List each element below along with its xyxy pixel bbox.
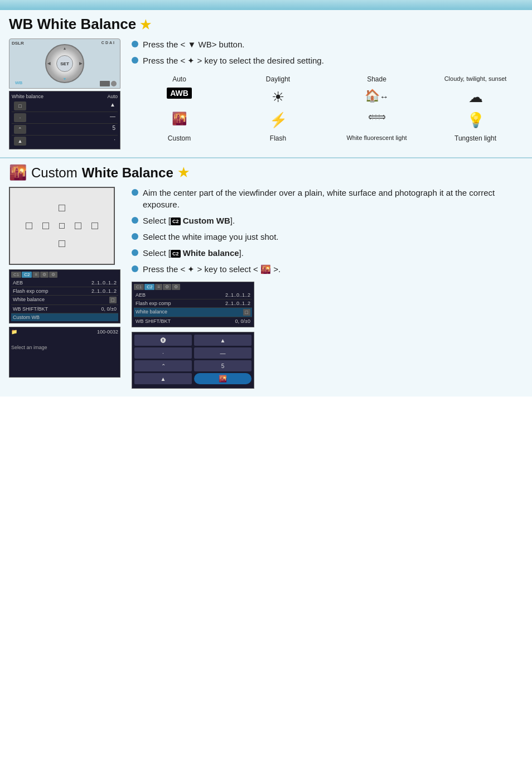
viewfinder-box <box>9 187 115 265</box>
cwb-bullet-2 <box>132 217 138 224</box>
cwb-star: ★ <box>178 166 189 180</box>
menu2-val-aeb: 2..1..0..1..2 <box>225 292 250 298</box>
cwb-title-bold: White Balance <box>82 165 173 181</box>
wb-section-title: WB White Balance ★ <box>9 16 523 33</box>
cwb-content-area: C1 C2 ≡ ⚙ ⚙ AEB 2..1..0..1..2 Flash exp … <box>9 187 523 389</box>
menu-tab2-settings2[interactable]: ⚙ <box>172 284 180 290</box>
select-screen: 📁 100-0032 Select an image <box>9 327 120 378</box>
cwb-instr-1: Aim the center part of the viewfinder ov… <box>132 187 523 210</box>
menu-tab2-settings1[interactable]: ⚙ <box>163 284 171 290</box>
cwb-right-screens: C1 C2 ≡ ⚙ ⚙ AEB 2..1..0..1..2 Flash exp … <box>132 282 523 389</box>
cwb-section: 🌇 Custom White Balance ★ <box>0 158 532 397</box>
select-folder-icon: 📁 <box>11 329 17 335</box>
camera-dial: SET ▲ ▼ ◀ ▶ <box>45 44 84 83</box>
wb-star: ★ <box>140 18 151 32</box>
wb-grid-cell-5: ⌃ <box>134 360 192 371</box>
awb-symbol: AWB <box>167 88 192 99</box>
wb-col-label-daylight: Daylight <box>230 75 326 83</box>
wb-val-4: · <box>114 137 115 146</box>
wb-grid-cell-7: ▲ <box>134 373 192 384</box>
menu-tab-c1[interactable]: C1 <box>11 272 21 278</box>
wb-menu-auto: Auto <box>107 94 118 99</box>
wb-menu-row-1: □ ▲ <box>12 100 118 112</box>
menu-row-custom-wb: Custom WB <box>11 313 118 321</box>
vf-sq-center <box>59 223 65 229</box>
wb-grid-cell-4: — <box>194 347 252 359</box>
menu-row-wb: White balance □ <box>11 296 118 305</box>
cwb-instr-5-text: Press the < ✦ > key to select < 🌇 >. <box>143 263 280 275</box>
fluorescent-icon-svg <box>368 112 386 127</box>
shade-symbol: 🏠 <box>365 89 380 103</box>
camera-dial-label4: I <box>113 41 114 45</box>
camera-io <box>100 81 117 86</box>
menu2-row-flash: Flash exp comp 2..1..0..1..2 <box>134 299 252 308</box>
menu2-label-shift: WB SHIFT/BKT <box>136 318 171 324</box>
cam2-icon-1: C2 <box>171 217 181 226</box>
wb-icon-daylight: ☀ <box>230 89 326 106</box>
wb-grid-row-2: · — <box>134 347 252 359</box>
set-label: SET <box>60 61 69 66</box>
vf-sq-2 <box>26 223 32 229</box>
cwb-bullet-4 <box>132 249 138 256</box>
wb-col-label-cloudy: Cloudy, twilight, sunset <box>428 75 523 83</box>
vf-sq-5 <box>91 223 98 229</box>
menu-val-flash: 2..1..0..1..2 <box>91 288 117 294</box>
cwb-title-regular: Custom <box>31 165 78 181</box>
cam2-icon-2: C2 <box>171 250 181 258</box>
camera-top: DSLR C D A I SET ▲ ▼ ◀ <box>9 38 120 89</box>
camera-label-left: DSLR <box>12 41 24 46</box>
wb-icon-fluorescent <box>329 112 424 129</box>
cwb-instr-4: Select [C2 White balance]. <box>132 247 523 259</box>
menu-tab-settings1[interactable]: ⚙ <box>40 272 49 278</box>
camera-mockup: DSLR C D A I SET ▲ ▼ ◀ <box>9 38 120 149</box>
cwb-instr-3: Select the white image you just shot. <box>132 231 523 243</box>
cwb-bullet-3 <box>132 233 138 240</box>
wb-instruction-1-text: Press the < ▼ WB> button. <box>143 38 244 50</box>
wb-icon-1-symbol: □ <box>18 103 21 109</box>
vf-middle-row <box>26 223 98 229</box>
menu-row-shift: WB SHIFT/BKT 0, 0/±0 <box>11 305 118 313</box>
menu2-row-aeb: AEB 2..1..0..1..2 <box>134 291 252 299</box>
menu2-val-wb: □ <box>243 309 250 316</box>
camera-dial-label3: A <box>109 41 112 45</box>
select-body: Select an image <box>11 336 118 359</box>
menu-row-flash: Flash exp comp 2..1..0..1..2 <box>11 287 118 296</box>
menu-val-wb: □ <box>109 297 117 303</box>
menu-label-shift: WB SHIFT/BKT <box>13 306 48 312</box>
menu-label-wb: White balance <box>13 297 45 303</box>
wb-menu-header: White balance Auto <box>12 94 118 99</box>
io-block-1 <box>100 81 110 86</box>
menu-tab-settings2[interactable]: ⚙ <box>49 272 57 278</box>
menu-tab2-c2[interactable]: C2 <box>144 284 154 290</box>
camera-labels-right: C D A I <box>101 41 114 45</box>
wb-grid-cell-8-highlighted: 🌇 <box>194 373 252 384</box>
wb-col-label-shade: Shade <box>329 75 424 83</box>
wb-val-3: 5 <box>112 125 115 134</box>
svg-rect-0 <box>369 116 385 118</box>
wb-content-area: DSLR C D A I SET ▲ ▼ ◀ <box>9 38 523 149</box>
cwb-instr-1-text: Aim the center part of the viewfinder ov… <box>143 187 523 210</box>
wb-indicator: WB <box>15 80 22 85</box>
menu-tab2-c1[interactable]: C1 <box>134 284 144 290</box>
top-bar <box>0 0 532 10</box>
camera-dial-label2: D <box>105 41 108 45</box>
wb-grid-icon-5: ⌃ <box>161 363 166 369</box>
vf-sq-4 <box>75 223 81 229</box>
menu-val-aeb: 2..1..0..1..2 <box>91 280 117 286</box>
wb-menu-row-2: · — <box>12 112 118 124</box>
cwb-left: C1 C2 ≡ ⚙ ⚙ AEB 2..1..0..1..2 Flash exp … <box>9 187 120 389</box>
wb-instruction-1: Press the < ▼ WB> button. <box>132 38 523 50</box>
io-block-2 <box>111 81 117 86</box>
menu2-label-flash: Flash exp comp <box>136 301 171 306</box>
wb-icon-cloudy: ☁ <box>428 89 523 106</box>
menu-tabs-1: C1 C2 ≡ ⚙ ⚙ <box>11 272 118 278</box>
menu-val-shift: 0, 0/±0 <box>101 306 117 312</box>
select-spacer <box>11 359 118 375</box>
wb-icon-shade: 🏠↔ <box>329 89 424 106</box>
cwb-icon: 🌇 <box>9 164 27 181</box>
menu-label-aeb: AEB <box>13 280 23 286</box>
menu2-row-wb: White balance □ <box>134 308 252 317</box>
menu-tab-c2-active[interactable]: C2 <box>22 272 32 278</box>
menu-tab2-list[interactable]: ≡ <box>155 284 162 290</box>
menu-tab-list[interactable]: ≡ <box>32 272 40 278</box>
